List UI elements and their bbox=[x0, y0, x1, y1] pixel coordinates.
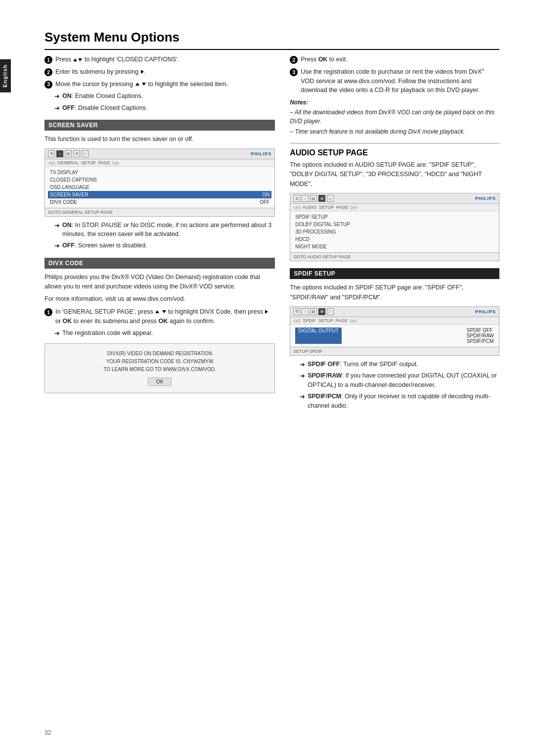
spdif-raw-arrow: ➜ SPDIF/RAW: If you have connected your … bbox=[300, 371, 499, 390]
right-use-text: Use the registration code to purchase or… bbox=[301, 67, 499, 95]
audio-philips-logo: PHILIPS bbox=[475, 196, 496, 201]
video-icon: ⊞ bbox=[73, 150, 80, 157]
audio-setup-screen: ⚙ ♪ ▤ ⊞ ▷ PHILIPS ◁◁ AUDIO SETUP PAGE ▷▷… bbox=[290, 193, 499, 261]
screen-row-divx-value: OFF bbox=[260, 199, 269, 205]
language-tab: English bbox=[0, 59, 11, 93]
arrow-icon-ss-on: ➜ bbox=[54, 221, 60, 231]
ss-off-text: ➜ OFF: Screen saver is disabled. bbox=[54, 241, 275, 251]
spdif-pcm-arrow: ➜ SPDIF/PCM: Only if your receiver is no… bbox=[300, 392, 499, 411]
notes-title: Notes: bbox=[290, 99, 499, 106]
arrow-icon-spdif-raw: ➜ bbox=[300, 371, 305, 381]
philips-logo: PHILIPS bbox=[251, 151, 271, 156]
icon-group: ⚙ ♪ ▤ ⊞ ▷ bbox=[48, 150, 89, 157]
spdif-digital-row: DIGITAL OUTPUT SPDIF OFF SPDIF/RAW SPDIF… bbox=[293, 327, 496, 345]
spdif-values: SPDIF OFF SPDIF/RAW SPDIF/PCM bbox=[467, 328, 494, 344]
spdif-raw-val: SPDIF/RAW bbox=[467, 333, 494, 338]
spdif-off-text: SPDIF OFF: Turns off the SPDIF output. bbox=[308, 360, 418, 369]
spdif-pcm-val: SPDIF/PCM bbox=[467, 338, 493, 344]
spdif-digital-label: DIGITAL OUTPUT bbox=[295, 328, 342, 344]
setup-icon: ⚙ bbox=[48, 150, 55, 157]
right-step-press-ok: 2 Press OK to exit. bbox=[290, 55, 499, 64]
arrow-icon-divx: ➜ bbox=[54, 329, 60, 338]
spdif-icon-group: ⚙ ♪ ▤ ⊞ ▷ bbox=[293, 308, 334, 315]
audio-screen-footer: GOTO AUDIO SETUP PAGE bbox=[290, 252, 499, 261]
right-press-ok-text: Press OK to exit. bbox=[301, 55, 347, 64]
spdif-raw-text: SPDIF/RAW: If you have connected your DI… bbox=[308, 371, 499, 390]
right-column: 2 Press OK to exit. 3 Use the registrati… bbox=[290, 55, 499, 412]
audio-music-icon: ♪ bbox=[302, 195, 309, 202]
spdif-screen-body: DIGITAL OUTPUT SPDIF OFF SPDIF/RAW SPDIF… bbox=[290, 325, 499, 347]
spdif-page-label: ◁◁ SPDIF SETUP PAGE ▷▷ bbox=[290, 317, 499, 325]
audio-row-spdif: SPDIF SETUP bbox=[293, 213, 496, 221]
spdif-arrow-icon: ▷ bbox=[327, 308, 334, 315]
note-1: – All the downloaded videos from DivX® V… bbox=[290, 108, 499, 126]
divx-code-body1: Philips provides you the DivX® VOD (Vide… bbox=[44, 273, 275, 292]
ok-button[interactable]: OK bbox=[148, 378, 172, 386]
screen-row-screensaver: SCREEN SAVER ON bbox=[48, 191, 271, 198]
arrow-icon-on: ➜ bbox=[54, 92, 60, 101]
screen-row-osd: OSD LANGUAGE bbox=[48, 184, 271, 191]
page-number: 32 bbox=[44, 729, 51, 736]
spdif-image-icon: ▤ bbox=[310, 308, 317, 315]
spdif-video-icon: ⊞ bbox=[318, 308, 325, 315]
step-num-3: 3 bbox=[44, 81, 52, 89]
on-closed-text: ON: Enable Closed Captions. bbox=[62, 92, 143, 101]
step-1: 1 Press to highlight 'CLOSED CAPTIONS'. bbox=[44, 55, 275, 64]
off-closed-text: OFF: Disable Closed Captions. bbox=[62, 103, 147, 113]
audio-row-night: NIGHT MODE bbox=[293, 243, 496, 250]
divx-step-1: 1 In 'GENERAL SETUP PAGE', press to high… bbox=[44, 307, 275, 326]
page-title: System Menu Options bbox=[44, 30, 499, 50]
screen-general-label: ◁◁ GENERAL SETUP PAGE ▷▷ bbox=[45, 159, 274, 167]
divx-step-text: In 'GENERAL SETUP PAGE', press to highli… bbox=[55, 307, 275, 326]
divx-reg-appear: ➜ The registration code will appear. bbox=[54, 329, 275, 338]
music-icon: ♪ bbox=[56, 150, 63, 157]
step-3: 3 Move the cursor by pressing to highlig… bbox=[44, 80, 275, 89]
audio-row-dolby: DOLBY DIGITAL SETUP bbox=[293, 221, 496, 228]
audio-screen-top: ⚙ ♪ ▤ ⊞ ▷ PHILIPS bbox=[290, 193, 499, 204]
step-3-text: Move the cursor by pressing to highlight… bbox=[55, 80, 228, 89]
audio-setup-icon: ⚙ bbox=[293, 195, 300, 202]
screen-row-captions: CLOSED CAPTIONS bbox=[48, 176, 271, 184]
on-closed-captions: ➜ ON: Enable Closed Captions. bbox=[54, 92, 275, 101]
spdif-pcm-text: SPDIF/PCM: Only if your receiver is not … bbox=[308, 392, 499, 411]
audio-icon-group: ⚙ ♪ ▤ ⊞ ▷ bbox=[293, 195, 334, 202]
audio-row-3d: 3D PROCESSING bbox=[293, 228, 496, 236]
spdif-off-val: SPDIF OFF bbox=[467, 328, 492, 333]
screen-saver-body: This function is used to turn the screen… bbox=[44, 135, 275, 144]
step-num-1: 1 bbox=[44, 56, 52, 64]
reg-line-1: DIVX(R) VIDEO ON DEMAND REGISTRATION bbox=[55, 351, 265, 356]
left-column: 1 Press to highlight 'CLOSED CAPTIONS'. … bbox=[44, 55, 275, 412]
screen-row-divx-label: DIVX CODE bbox=[50, 199, 77, 205]
step-1-text: Press to highlight 'CLOSED CAPTIONS'. bbox=[55, 55, 179, 64]
screen-row-divx: DIVX CODE OFF bbox=[48, 198, 271, 206]
reg-line-3: TO LEARN MORE GO TO WWW.DIVX.COM/VOD. bbox=[55, 367, 265, 372]
off-closed-captions: ➜ OFF: Disable Closed Captions. bbox=[54, 103, 275, 113]
audio-video-icon: ⊞ bbox=[318, 195, 325, 202]
spdif-screen-footer: SETUP SPDIF bbox=[290, 347, 499, 355]
spdif-off-arrow: ➜ SPDIF OFF: Turns off the SPDIF output. bbox=[300, 360, 499, 370]
step-2: 2 Enter its submenu by pressing . bbox=[44, 67, 275, 77]
audio-screen-body: SPDIF SETUP DOLBY DIGITAL SETUP 3D PROCE… bbox=[290, 211, 499, 252]
image-icon: ▤ bbox=[65, 150, 72, 157]
screen-footer-general: GOTO GENERAL SETUP PAGE bbox=[45, 208, 274, 216]
audio-page-label: ◁◁ AUDIO SETUP PAGE ▷▷ bbox=[290, 204, 499, 211]
audio-arrow-icon: ▷ bbox=[327, 195, 334, 202]
notes-block: Notes: – All the downloaded videos from … bbox=[290, 99, 499, 136]
right-step-num-2: 2 bbox=[290, 56, 298, 64]
ss-on-text: ➜ ON: In STOP, PAUSE or No DISC mode, if… bbox=[54, 221, 275, 239]
screen-saver-screen: ⚙ ♪ ▤ ⊞ ▷ PHILIPS ◁◁ GENERAL SETUP PAGE … bbox=[44, 148, 275, 217]
right-step-num-3: 3 bbox=[290, 68, 298, 76]
spdif-setup-icon: ⚙ bbox=[293, 308, 300, 315]
screen-icons-left: ⚙ ♪ ▤ ⊞ ▷ bbox=[48, 150, 89, 157]
audio-image-icon: ▤ bbox=[310, 195, 317, 202]
spdif-music-icon: ♪ bbox=[302, 308, 309, 315]
spdif-philips-logo: PHILIPS bbox=[475, 309, 496, 314]
divx-code-body2: For more information, visit us at www.di… bbox=[44, 294, 275, 304]
note-2: – Time search feature is not available d… bbox=[290, 127, 499, 136]
audio-setup-title: AUDIO SETUP PAGE bbox=[290, 148, 499, 157]
reg-line-2: YOUR REGISTRATION CODE IS: CNYWZMYW bbox=[55, 359, 265, 364]
step-2-text: Enter its submenu by pressing . bbox=[55, 67, 146, 77]
audio-row-hdcd: HDCD bbox=[293, 236, 496, 243]
ss-off-body: OFF: Screen saver is disabled. bbox=[62, 241, 147, 250]
screen-row-ss-value: ON bbox=[262, 192, 269, 197]
